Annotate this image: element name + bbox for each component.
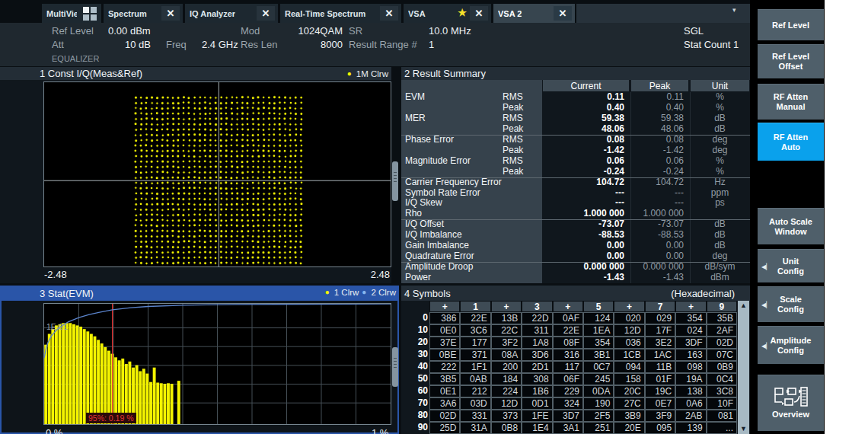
symbols-cell: 212 <box>460 385 490 397</box>
setting-label-sr[interactable]: SR <box>349 25 362 38</box>
setting-value-sr[interactable]: 10.0 MHz <box>429 25 497 38</box>
result-current-value: 48.06 <box>542 124 624 135</box>
close-tab-icon[interactable]: ✕ <box>257 6 275 21</box>
result-peak-value: -1.43 <box>630 273 684 283</box>
const-x-max-label: 2.48 <box>371 269 390 280</box>
symbols-scrollbar[interactable]: ▲ ▼ <box>738 301 749 434</box>
setting-value-result-range[interactable]: 1 <box>429 39 452 52</box>
tab-vsa-2[interactable]: VSA 2✕ <box>493 4 575 23</box>
trace-dot-icon: ● <box>347 69 352 78</box>
result-name: Power <box>405 273 431 283</box>
result-subtype: RMS <box>503 92 523 103</box>
multiview-grid-icon <box>83 7 97 21</box>
setting-label-freq[interactable]: Freq <box>166 39 187 52</box>
channel-info-bar: EQUALIZER Ref Level0.00 dBmMod1024QAMSR1… <box>0 23 750 66</box>
symbols-cell: 029 <box>645 312 675 324</box>
window2-titlebar[interactable]: 2 Result Summary <box>401 67 750 80</box>
symbols-cell: 3B9 <box>614 410 644 422</box>
symbols-cell: 020 <box>614 312 644 324</box>
symbols-cell: 22D <box>522 312 552 324</box>
result-row-rho: Rho1.000 0001.000 000 <box>401 209 750 220</box>
symbols-cell: 3C6 <box>460 324 490 337</box>
result-row-mer: MERRMS59.3859.38dB <box>401 113 750 124</box>
symbols-column-header: + <box>553 301 583 312</box>
scroll-down-icon[interactable]: ▼ <box>738 424 749 434</box>
setting-value-att[interactable]: 10 dB <box>76 39 151 52</box>
tab-vsa[interactable]: VSA★✕ <box>404 4 491 23</box>
scroll-up-icon[interactable]: ▲ <box>738 301 749 311</box>
symbols-column-header: + <box>491 301 522 312</box>
result-unit: ps <box>690 198 750 209</box>
setting-value-ref-level[interactable]: 0.00 dBm <box>108 25 192 38</box>
close-tab-icon[interactable]: ✕ <box>470 6 488 21</box>
softkey-unit-config[interactable]: ◀▏Unit Config <box>758 249 824 282</box>
result-unit: dB <box>690 241 750 251</box>
equalizer-label: EQUALIZER <box>52 54 99 63</box>
symbols-cell: 163 <box>675 349 706 361</box>
setting-label-att[interactable]: Att <box>52 39 64 52</box>
result-peak-value: --- <box>630 188 684 199</box>
softkey-rf-atten-auto[interactable]: RF Atten Auto <box>758 123 824 161</box>
setting-value-mod[interactable]: 1024QAM <box>266 25 343 38</box>
symbols-cell: 0AF <box>553 312 583 324</box>
tab-iq-analyzer[interactable]: IQ Analyzer✕ <box>185 4 278 23</box>
symbols-cell: 0DA <box>583 385 614 397</box>
symbols-cell: 190 <box>583 397 614 410</box>
screen: ▾ MultiViewSpectrum✕IQ Analyzer✕Real-Tim… <box>0 0 868 434</box>
symbols-cell: 200 <box>491 361 522 373</box>
symbols-cell: 3B5 <box>429 373 460 385</box>
symbols-cell: 1A8 <box>522 337 552 349</box>
softkey-rf-atten-manual[interactable]: RF Atten Manual <box>758 84 824 120</box>
result-unit: % <box>690 92 750 103</box>
softkey-amplitude-config[interactable]: ◀▏Amplitude Config <box>758 326 824 364</box>
tab-real-time-spectrum[interactable]: Real-Time Spectrum✕ <box>280 4 401 23</box>
softkey-overview[interactable]: Overview <box>758 375 824 431</box>
result-unit: deg <box>690 251 750 262</box>
column-header-current: Current <box>543 80 629 91</box>
setting-value-res-len[interactable]: 8000 <box>266 39 343 52</box>
symbols-cell: 0E7 <box>645 397 675 410</box>
symbols-cell: 10F <box>707 397 737 410</box>
favorite-star-icon: ★ <box>458 7 467 18</box>
symbols-cell: 229 <box>553 385 583 397</box>
result-unit: % <box>690 167 750 177</box>
result-current-value: 0.00 <box>542 251 624 262</box>
result-unit: dB <box>690 113 750 124</box>
window1-title: 1 Const I/Q(Meas&Ref) <box>40 68 142 79</box>
setting-label-result-range[interactable]: Result Range # <box>349 39 417 52</box>
pane-splitter-handle-bottom[interactable] <box>392 347 398 387</box>
result-name: Amplitude Droop <box>405 262 473 273</box>
result-peak-value: -1.42 <box>630 145 684 156</box>
result-row-power: Power-1.43-1.43dBm <box>401 273 750 283</box>
setting-label-ref-level[interactable]: Ref Level <box>52 25 94 38</box>
result-current-value: 0.00 <box>542 241 624 251</box>
tab-overflow-icon[interactable]: ▾ <box>732 6 736 14</box>
symbols-row-label: 0 <box>401 312 428 324</box>
softkey-ref-level-offset[interactable]: Ref Level Offset <box>758 44 824 78</box>
evm-histogram-plot[interactable]: 1E-01 95%: 0.19 % <box>43 303 391 425</box>
result-subtype: RMS <box>503 156 523 167</box>
result-row-carrier-frequency-error: Carrier Frequency Error104.72104.72Hz <box>401 177 750 188</box>
setting-label-mod[interactable]: Mod <box>241 25 260 38</box>
tab-spectrum[interactable]: Spectrum✕ <box>104 4 183 23</box>
symbols-cell: 3A1 <box>553 422 583 434</box>
softkey-ref-level[interactable]: Ref Level <box>758 9 824 40</box>
close-tab-icon[interactable]: ✕ <box>554 6 572 21</box>
symbols-column-header: 1 <box>460 301 490 312</box>
result-current-value: -1.42 <box>542 145 624 156</box>
symbols-cell: 27C <box>614 397 644 410</box>
result-subtype: Peak <box>503 124 523 135</box>
symbols-cell: 20C <box>614 385 644 397</box>
window3-titlebar[interactable]: 3 Stat(EVM) ●1 Clrw●2 Clrw <box>0 286 399 301</box>
constellation-plot[interactable] <box>43 81 391 267</box>
tab-multiview[interactable]: MultiView <box>42 4 101 23</box>
result-peak-value: 0.11 <box>630 92 684 103</box>
window1-titlebar[interactable]: 1 Const I/Q(Meas&Ref) ●1M Clrw <box>0 67 391 80</box>
pane-splitter-handle-top[interactable] <box>392 161 398 201</box>
close-tab-icon[interactable]: ✕ <box>380 6 398 21</box>
symbols-cell: 20E <box>614 422 644 434</box>
symbols-cell: 02D <box>429 410 460 422</box>
close-tab-icon[interactable]: ✕ <box>161 6 180 21</box>
softkey-scale-config[interactable]: ◀▏Scale Config <box>758 286 824 322</box>
softkey-auto-scale-window[interactable]: Auto Scale Window <box>758 208 824 244</box>
